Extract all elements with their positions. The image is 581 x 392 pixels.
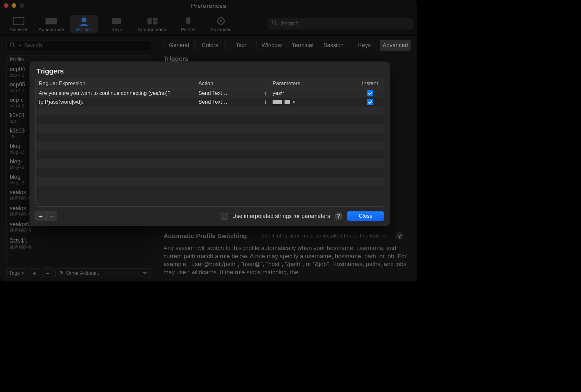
close-window-button[interactable]: [4, 3, 8, 8]
traffic-lights: [4, 3, 24, 8]
redacted-block: [273, 100, 282, 104]
toolbar-tab-appearance-label: Appearance: [39, 27, 64, 32]
triggers-sheet-footer: ＋ − Use interpolated strings for paramet…: [30, 207, 390, 226]
cell-params[interactable]: yes\r: [269, 89, 359, 98]
subtab-session[interactable]: Session: [318, 40, 349, 51]
toolbar-tab-general-label: General: [10, 27, 27, 32]
svg-rect-2: [46, 22, 49, 24]
trigger-row-empty: [36, 186, 384, 194]
keys-icon: [110, 16, 123, 26]
triggers-table-header: Regular Expression Action Parameters Ins…: [36, 78, 384, 89]
toolbar-tab-appearance[interactable]: Appearance: [37, 15, 65, 33]
svg-point-10: [220, 20, 222, 22]
subtab-advanced[interactable]: Advanced: [380, 40, 411, 51]
col-header-instant[interactable]: Instant: [359, 78, 381, 89]
plus-icon: ＋: [31, 269, 38, 278]
col-header-action[interactable]: Action: [195, 78, 269, 89]
window-title: Preferences: [0, 3, 417, 9]
cell-params[interactable]: \r: [269, 98, 359, 106]
other-actions-label: Other Actions...: [66, 270, 101, 276]
profile-subtabs: General Colors Text Window Terminal Sess…: [163, 40, 411, 51]
gear-icon: [59, 270, 64, 276]
checkbox-checked-icon: [367, 90, 373, 96]
toolbar-search-input[interactable]: Search: [268, 18, 413, 30]
chevron-down-icon: [142, 270, 147, 276]
toolbar-tab-advanced-label: Advanced: [211, 27, 232, 32]
appearance-icon: [45, 16, 58, 26]
triggers-table: Regular Expression Action Parameters Ins…: [35, 78, 384, 207]
add-trigger-button[interactable]: ＋: [36, 211, 46, 221]
toolbar-tab-general[interactable]: General: [4, 15, 33, 33]
general-icon: [12, 16, 25, 26]
svg-rect-0: [13, 17, 24, 25]
toolbar-tab-keys[interactable]: Keys: [102, 15, 131, 33]
prefs-toolbar: General Appearance Profiles Keys Arrange…: [0, 12, 417, 36]
profile-row[interactable]: 跳板机线程撕裂者: [7, 235, 151, 252]
toolbar-tab-keys-label: Keys: [111, 27, 122, 32]
cell-regex[interactable]: Are you sure you want to continue connec…: [36, 89, 195, 98]
help-icon[interactable]: ?: [335, 212, 343, 220]
toolbar-tab-profiles[interactable]: Profiles: [70, 15, 98, 33]
sidebar-actions: Tags > ＋ − Other Actions...: [6, 268, 151, 278]
profiles-icon: [77, 16, 91, 26]
svg-point-3: [81, 17, 86, 22]
cell-instant-checkbox[interactable]: [359, 98, 381, 106]
preferences-window: Preferences General Appearance Profiles: [0, 0, 417, 281]
toolbar-tab-profiles-label: Profiles: [76, 27, 92, 32]
subtab-window[interactable]: Window: [257, 40, 287, 51]
toolbar-tab-pointer[interactable]: Pointer: [174, 15, 202, 33]
trigger-row-empty: [36, 159, 384, 168]
tags-button[interactable]: Tags >: [6, 268, 27, 278]
arrangements-icon: [146, 16, 159, 26]
select-arrows-icon: ▲▼: [264, 100, 267, 104]
titlebar: Preferences: [0, 0, 417, 12]
remove-trigger-button[interactable]: −: [46, 211, 57, 221]
col-header-regex[interactable]: Regular Expression: [36, 78, 195, 89]
other-actions-dropdown[interactable]: Other Actions...: [55, 268, 151, 278]
cell-action-select[interactable]: Send Text… ▲▼: [195, 98, 269, 106]
subtab-general[interactable]: General: [164, 40, 195, 51]
svg-rect-5: [147, 18, 152, 24]
toolbar-tab-arrangements[interactable]: Arrangements: [135, 15, 170, 33]
cell-action-select[interactable]: Send Text… ▲▼: [195, 89, 269, 98]
triggers-table-body: Are you sure you want to continue connec…: [36, 89, 384, 206]
close-button[interactable]: Close: [347, 211, 384, 221]
svg-point-16: [61, 272, 62, 273]
subtab-keys[interactable]: Keys: [349, 40, 380, 51]
toolbar-tab-arrangements-label: Arrangements: [138, 27, 167, 32]
trigger-row-empty: [36, 150, 384, 159]
svg-rect-7: [153, 21, 157, 24]
col-header-params[interactable]: Parameters: [269, 78, 359, 89]
subtab-terminal[interactable]: Terminal: [287, 40, 318, 51]
minimize-window-button[interactable]: [12, 3, 16, 8]
trigger-row-empty: [36, 124, 384, 133]
sidebar-search-input[interactable]: Search: [6, 40, 151, 51]
subtab-text[interactable]: Text: [226, 40, 257, 51]
add-profile-button[interactable]: ＋: [29, 268, 40, 278]
trigger-row[interactable]: Are you sure you want to continue connec…: [36, 89, 384, 98]
toolbar-tab-advanced[interactable]: Advanced: [207, 15, 235, 33]
minus-icon: −: [46, 270, 50, 277]
zoom-window-button[interactable]: [19, 3, 24, 8]
svg-line-12: [276, 24, 277, 25]
help-icon[interactable]: ?: [396, 232, 403, 240]
trigger-row[interactable]: (p|P)ass(word|wd): Send Text… ▲▼ \r: [36, 98, 384, 106]
svg-rect-6: [153, 18, 157, 21]
triggers-sheet: Triggers Regular Expression Action Param…: [30, 62, 390, 226]
advanced-gear-icon: [214, 16, 228, 26]
interp-checkbox[interactable]: [221, 213, 228, 220]
minus-icon: −: [50, 213, 54, 220]
svg-point-13: [10, 42, 14, 46]
cell-instant-checkbox[interactable]: [359, 89, 381, 98]
subtab-colors[interactable]: Colors: [195, 40, 225, 51]
chevron-down-icon: [18, 42, 22, 49]
toolbar-tab-pointer-label: Pointer: [181, 27, 196, 32]
trigger-row-empty: [36, 177, 384, 186]
select-arrows-icon: ▲▼: [264, 91, 267, 95]
redacted-block: [285, 100, 290, 104]
cell-regex[interactable]: (p|P)ass(word|wd):: [36, 98, 195, 106]
svg-line-14: [14, 46, 15, 47]
aps-section: Automatic Profile Switching Shell Integr…: [163, 232, 411, 276]
remove-profile-button[interactable]: −: [42, 268, 53, 278]
search-icon: [10, 42, 15, 49]
